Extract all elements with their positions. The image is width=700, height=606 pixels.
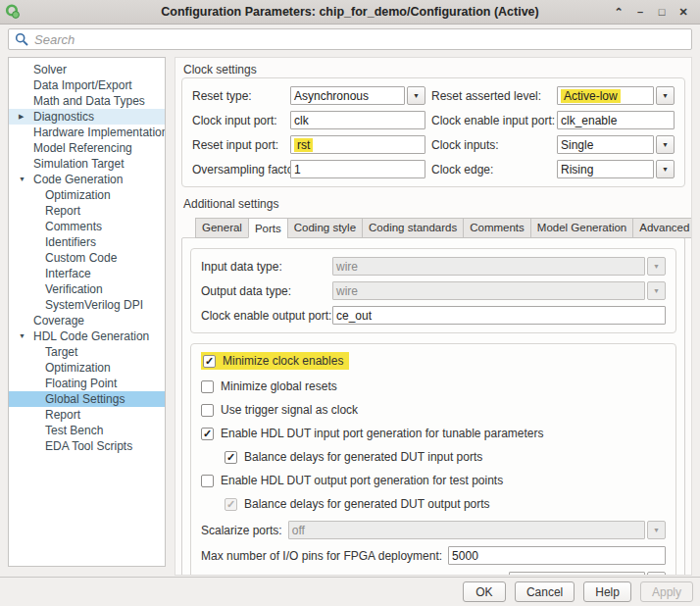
sidebar-item-model-referencing[interactable]: Model Referencing <box>9 140 165 156</box>
sidebar-item-cg-interface[interactable]: Interface <box>9 266 165 281</box>
tab-coding-standards[interactable]: Coding standards <box>362 218 464 238</box>
max-io-pins-field[interactable]: 5000 <box>448 546 666 565</box>
sidebar-item-cg-optimization[interactable]: Optimization <box>9 187 165 203</box>
sidebar-item-hdl-floating-point[interactable]: Floating Point <box>9 376 165 391</box>
clock-edge-select[interactable]: Rising <box>557 160 675 178</box>
tab-ports[interactable]: Ports <box>248 218 288 238</box>
ports-tab-panel: Input data type: wire Output data type: … <box>181 237 685 576</box>
chevron-down-icon[interactable] <box>407 86 425 105</box>
sidebar-item-simulation-target[interactable]: Simulation Target <box>9 156 165 172</box>
balance-delays-input-checkbox[interactable] <box>225 451 237 464</box>
sidebar-item-hdl-test-bench[interactable]: Test Bench <box>9 423 165 438</box>
reset-type-label: Reset type: <box>192 89 284 103</box>
reset-input-port-field[interactable]: rst <box>290 135 425 154</box>
search-icon <box>15 32 28 46</box>
use-trigger-signal-row: Use trigger signal as clock <box>201 403 666 417</box>
use-trigger-signal-checkbox[interactable] <box>201 404 214 417</box>
maximize-icon[interactable]: □ <box>653 3 671 21</box>
sidebar-item-math-and-data-types[interactable]: Math and Data Types <box>9 93 165 109</box>
sidebar-item-cg-custom-code[interactable]: Custom Code <box>9 250 165 266</box>
sidebar-item-hdl-global-settings[interactable]: Global Settings <box>9 391 165 407</box>
dut-pin-check-select[interactable]: Error <box>509 572 666 576</box>
sidebar-item-coverage[interactable]: Coverage <box>9 313 165 328</box>
sidebar-item-diagnostics[interactable]: Diagnostics <box>9 109 165 125</box>
tab-advanced[interactable]: Advanced <box>632 218 692 238</box>
tab-general[interactable]: General <box>195 218 249 238</box>
enable-dut-output-port-checkbox[interactable] <box>201 475 214 487</box>
settings-panel: Clock settings Reset type: Asynchronous … <box>175 57 692 576</box>
enable-dut-output-port-row: Enable HDL DUT output port generation fo… <box>201 474 666 487</box>
chevron-down-icon <box>647 257 666 276</box>
clock-settings-title: Clock settings <box>183 62 685 77</box>
clock-settings-group: Reset type: Asynchronous Reset asserted … <box>181 77 685 187</box>
sidebar-item-data-import-export[interactable]: Data Import/Export <box>9 77 165 93</box>
reset-asserted-level-select[interactable]: Active-low <box>557 86 675 105</box>
search-highlight: Minimize clock enables <box>201 352 349 370</box>
sidebar-item-cg-identifiers[interactable]: Identifiers <box>9 234 165 250</box>
dut-pin-check-row: Check for DUT pin count exceeding I/O Th… <box>240 572 666 576</box>
clock-inputs-label: Clock inputs: <box>431 138 551 152</box>
cancel-button[interactable]: Cancel <box>515 581 575 602</box>
balance-delays-output-checkbox <box>225 498 237 511</box>
sidebar-item-hdl-report[interactable]: Report <box>9 407 165 423</box>
search-input[interactable]: Search <box>8 28 692 50</box>
category-tree: Solver Data Import/Export Math and Data … <box>8 57 166 567</box>
sidebar-item-solver[interactable]: Solver <box>9 62 165 77</box>
input-data-type-label: Input data type: <box>201 260 326 274</box>
tab-model-generation[interactable]: Model Generation <box>530 218 633 238</box>
clock-enable-input-port-field[interactable]: clk_enable <box>557 111 675 129</box>
window-title: Configuration Parameters: chip_for_demo/… <box>0 5 700 19</box>
chevron-down-icon[interactable] <box>656 135 675 154</box>
scalarize-ports-label: Scalarize ports: <box>201 524 282 537</box>
max-io-pins-row: Max number of I/O pins for FPGA deployme… <box>201 546 666 565</box>
rollup-icon[interactable]: ⌃ <box>610 3 627 21</box>
tree-expanded-icon[interactable] <box>19 172 30 187</box>
minimize-icon[interactable]: – <box>631 3 649 21</box>
minimize-global-resets-checkbox[interactable] <box>201 380 214 393</box>
chevron-down-icon <box>647 281 666 300</box>
chevron-down-icon[interactable] <box>647 572 666 576</box>
clock-edge-label: Clock edge: <box>431 163 551 177</box>
clock-input-port-field[interactable]: clk <box>290 111 425 129</box>
output-data-type-label: Output data type: <box>201 284 326 298</box>
sidebar-item-cg-systemverilog-dpi[interactable]: SystemVerilog DPI <box>9 297 165 313</box>
additional-settings-tabs: General Ports Coding style Coding standa… <box>195 218 685 238</box>
sidebar-item-hdl-target[interactable]: Target <box>9 344 165 360</box>
ok-button[interactable]: OK <box>463 581 506 602</box>
port-options-group: Minimize clock enables Minimize global r… <box>190 343 676 576</box>
sidebar-item-cg-comments[interactable]: Comments <box>9 219 165 234</box>
reset-asserted-level-label: Reset asserted level: <box>431 89 551 103</box>
window-controls: ⌃ – □ ✕ <box>610 3 700 21</box>
search-placeholder: Search <box>34 32 75 47</box>
max-io-pins-label: Max number of I/O pins for FPGA deployme… <box>201 549 442 563</box>
sidebar-item-hdl-code-generation[interactable]: HDL Code Generation <box>9 328 165 344</box>
tab-comments[interactable]: Comments <box>463 218 531 238</box>
clock-enable-output-port-label: Clock enable output port: <box>201 309 326 323</box>
reset-input-port-label: Reset input port: <box>192 138 284 152</box>
tree-collapsed-icon[interactable] <box>19 109 30 125</box>
apply-button: Apply <box>640 581 693 602</box>
tree-expanded-icon[interactable] <box>19 328 30 344</box>
simulink-icon <box>5 4 21 20</box>
close-icon[interactable]: ✕ <box>675 3 692 21</box>
minimize-clock-enables-row: Minimize clock enables <box>201 352 666 370</box>
clock-inputs-select[interactable]: Single <box>557 135 675 154</box>
sidebar-item-code-generation[interactable]: Code Generation <box>9 172 165 187</box>
tab-coding-style[interactable]: Coding style <box>287 218 363 238</box>
sidebar-item-cg-verification[interactable]: Verification <box>9 281 165 297</box>
scalarize-ports-row: Scalarize ports: off <box>201 521 666 539</box>
sidebar-item-hdl-eda-tool-scripts[interactable]: EDA Tool Scripts <box>9 438 165 454</box>
sidebar-item-cg-report[interactable]: Report <box>9 203 165 219</box>
sidebar-item-hdl-optimization[interactable]: Optimization <box>9 360 165 376</box>
clock-enable-input-port-label: Clock enable input port: <box>431 114 551 127</box>
oversampling-factor-field[interactable]: 1 <box>290 160 425 178</box>
balance-delays-input-row: Balance delays for generated DUT input p… <box>225 450 666 464</box>
minimize-clock-enables-checkbox[interactable] <box>203 355 216 368</box>
enable-dut-input-port-checkbox[interactable] <box>201 428 214 440</box>
chevron-down-icon[interactable] <box>656 86 675 105</box>
help-button[interactable]: Help <box>583 581 631 602</box>
sidebar-item-hardware-implementation[interactable]: Hardware Implementation <box>9 125 165 140</box>
chevron-down-icon[interactable] <box>656 160 675 178</box>
reset-type-select[interactable]: Asynchronous <box>290 86 425 105</box>
clock-enable-output-port-field[interactable]: ce_out <box>332 306 666 325</box>
